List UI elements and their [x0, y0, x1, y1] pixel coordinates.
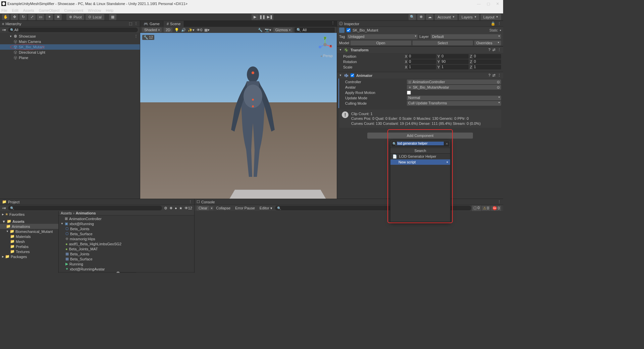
- rect-tool-button[interactable]: ▭: [37, 14, 44, 20]
- layout-dropdown[interactable]: Layout▼: [481, 14, 501, 20]
- custom-tool-button[interactable]: ✖: [54, 14, 62, 20]
- hierarchy-maximize-icon[interactable]: ⬚: [129, 21, 132, 26]
- menu-component[interactable]: Component: [64, 8, 83, 12]
- clear-button[interactable]: Clear: [197, 206, 209, 210]
- filter-icon[interactable]: ★: [179, 206, 182, 210]
- tools-icon[interactable]: 🔧: [258, 28, 263, 32]
- transform-header[interactable]: ▼ Transform ?⇄⋮: [337, 46, 503, 53]
- filter-icon[interactable]: ●: [175, 206, 177, 210]
- account-dropdown[interactable]: Account▼: [435, 14, 458, 20]
- menu-help[interactable]: Help: [106, 8, 113, 12]
- rot-y-field[interactable]: 90: [440, 59, 469, 64]
- collapse-toggle[interactable]: Collapse: [214, 206, 232, 210]
- pause-button[interactable]: ❚❚: [259, 14, 266, 20]
- thumbnail-size-slider[interactable]: [59, 272, 194, 273]
- hierarchy-item-mutant[interactable]: SK_Bio_Mutant: [0, 44, 140, 50]
- favorites-row[interactable]: ▸★Favorites: [0, 212, 58, 217]
- popup-item-new-script[interactable]: New script ▸: [390, 159, 450, 165]
- animator-header[interactable]: ▼ Animator ?⇄⋮: [337, 72, 503, 79]
- search-button[interactable]: 🔍: [409, 14, 416, 20]
- grid-icon[interactable]: ▦▾: [204, 28, 210, 32]
- scene-search[interactable]: 🔍 All: [294, 28, 335, 33]
- project-create-dropdown[interactable]: +▾: [2, 206, 6, 210]
- hierarchy-menu-icon[interactable]: ⋮: [134, 21, 138, 26]
- asset-item[interactable]: ✦xbot@RunningAvatar: [59, 266, 194, 271]
- inspector-lock-icon[interactable]: 🔒: [491, 21, 495, 26]
- folder-mesh[interactable]: 📁Mesh: [0, 239, 58, 244]
- assets-row[interactable]: ▼📁Assets: [0, 219, 58, 224]
- gizmos-dropdown[interactable]: Gizmos▾: [273, 28, 292, 32]
- menu-assets[interactable]: Assets: [23, 8, 34, 12]
- layers-dropdown[interactable]: Layers▼: [459, 14, 479, 20]
- folder-prefabs[interactable]: 📁Prefabs: [0, 244, 58, 249]
- clear-search-icon[interactable]: ✕: [445, 142, 448, 146]
- hierarchy-search[interactable]: 🔍 All: [8, 28, 138, 32]
- component-menu-icon[interactable]: ⋮: [497, 48, 501, 52]
- folder-materials[interactable]: 📁Materials: [0, 234, 58, 239]
- asset-item[interactable]: ▦Beta_Surface: [59, 256, 194, 261]
- overrides-dropdown[interactable]: Overrides▾: [474, 41, 501, 45]
- hidden-icon[interactable]: 👁0: [197, 28, 202, 32]
- step-button[interactable]: ▶❚: [266, 14, 274, 20]
- play-button[interactable]: ▶: [252, 14, 259, 20]
- component-menu-icon[interactable]: ⋮: [497, 73, 501, 78]
- 2d-toggle[interactable]: 2D: [164, 28, 172, 32]
- scene-menu-icon[interactable]: ⋮: [329, 21, 337, 27]
- project-search[interactable]: 🔍: [8, 206, 162, 210]
- audio-icon[interactable]: 🔊: [181, 28, 186, 32]
- menu-file[interactable]: File: [1, 8, 7, 12]
- local-toggle[interactable]: ⊙Local: [86, 14, 104, 20]
- minimize-button[interactable]: —: [477, 2, 481, 6]
- scene-menu-icon[interactable]: ⋮: [134, 34, 140, 39]
- help-icon[interactable]: ?: [488, 73, 490, 78]
- crumb-folder[interactable]: Animations: [76, 211, 96, 215]
- collab-button[interactable]: ❋: [417, 14, 425, 20]
- rotate-tool-button[interactable]: ↻: [19, 14, 27, 20]
- rot-z-field[interactable]: 0: [473, 59, 501, 64]
- pos-y-field[interactable]: 0: [440, 54, 469, 59]
- object-name-field[interactable]: SK_Bio_Mutant: [353, 28, 487, 32]
- crumb-assets[interactable]: Assets: [61, 211, 72, 215]
- asset-item[interactable]: ⊕mixamorig:Hips: [59, 236, 194, 241]
- filter-icon[interactable]: ❖: [169, 206, 173, 210]
- fx-icon[interactable]: ✨▾: [188, 28, 195, 32]
- warn-count[interactable]: ⚠0: [482, 206, 490, 211]
- transform-tool-button[interactable]: ✦: [46, 14, 53, 20]
- controller-field[interactable]: ⊞AnimationController⊙: [407, 80, 501, 84]
- model-select-button[interactable]: Select: [413, 41, 473, 45]
- pos-x-field[interactable]: 0: [408, 54, 436, 59]
- animator-enabled-checkbox[interactable]: [351, 73, 354, 77]
- component-search-field[interactable]: 🔍 ✕: [391, 141, 449, 147]
- help-icon[interactable]: ?: [488, 48, 490, 52]
- update-mode-dropdown[interactable]: Normal▾: [407, 96, 501, 100]
- rot-x-field[interactable]: 0: [408, 59, 436, 64]
- asset-item[interactable]: ⬡Beta_Surface: [59, 231, 194, 236]
- snap-button[interactable]: ▦: [109, 14, 116, 20]
- folder-textures[interactable]: 📁Textures: [0, 249, 58, 254]
- menu-gameobject[interactable]: GameObject: [39, 8, 60, 12]
- scale-tool-button[interactable]: ⤢: [28, 14, 36, 20]
- inspector-menu-icon[interactable]: ⋮: [497, 21, 501, 26]
- error-pause-toggle[interactable]: Error Pause: [233, 206, 257, 210]
- packages-row[interactable]: ▸📁Packages: [0, 254, 58, 259]
- hierarchy-item-light[interactable]: Directional Light: [0, 50, 140, 55]
- pivot-toggle[interactable]: ⊕Pivot: [66, 14, 84, 20]
- info-count[interactable]: ⓘ0: [472, 205, 481, 211]
- camera-icon[interactable]: 📷▾: [265, 28, 271, 32]
- add-component-button[interactable]: Add Component: [367, 133, 473, 139]
- hand-tool-button[interactable]: ✋: [2, 14, 9, 20]
- pos-z-field[interactable]: 0: [473, 54, 501, 59]
- hidden-count[interactable]: 👁12: [184, 206, 192, 210]
- asset-item[interactable]: ●asdf1_Beta_HighLimbsGeoSG2: [59, 241, 194, 246]
- apply-root-checkbox[interactable]: [407, 91, 411, 95]
- menu-edit[interactable]: Edit: [12, 8, 18, 12]
- scl-y-field[interactable]: 1: [440, 65, 469, 69]
- asset-item[interactable]: ⊞AnimationController: [59, 216, 194, 221]
- error-count[interactable]: ⛔0: [491, 206, 501, 211]
- shading-dropdown[interactable]: Shaded▾: [142, 28, 162, 32]
- scl-x-field[interactable]: 1: [408, 65, 436, 69]
- close-button[interactable]: ✕: [496, 2, 499, 6]
- asset-item[interactable]: ▶Running: [59, 261, 194, 266]
- model-open-button[interactable]: Open: [351, 41, 411, 45]
- static-dropdown[interactable]: ▾: [500, 29, 501, 32]
